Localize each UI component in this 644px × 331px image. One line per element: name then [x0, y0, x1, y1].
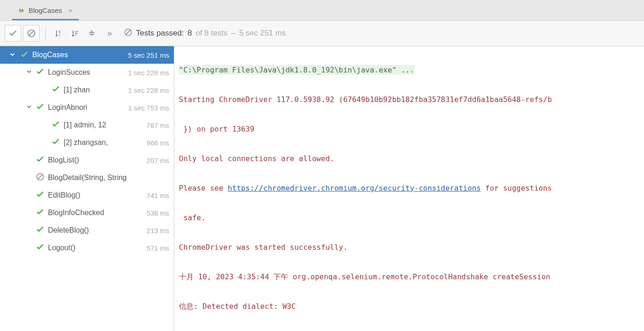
test-tree-row[interactable]: LoginSucces1 sec 228 ms	[0, 64, 174, 81]
test-time: 741 ms	[147, 192, 169, 199]
test-toolbar: az » Tests passed: 8 of 8 tests – 5 sec …	[0, 20, 644, 46]
tabs-bar: BlogCases ×	[0, 0, 644, 20]
console-line: Starting ChromeDriver 117.0.5938.92 (676…	[179, 92, 639, 107]
svg-line-9	[38, 175, 42, 179]
test-name: BlogList()	[48, 156, 145, 164]
pass-icon	[36, 208, 44, 218]
console-line: Please see https://chromedriver.chromium…	[179, 181, 639, 196]
show-passed-button[interactable]	[5, 25, 21, 42]
pass-icon	[36, 243, 44, 253]
test-time: 538 ms	[147, 209, 169, 217]
console-line: 信息: Detected dialect: W3C	[179, 299, 639, 314]
tab-blogcases[interactable]: BlogCases ×	[12, 2, 79, 20]
summary-skip-icon	[124, 28, 132, 39]
run-config-icon	[18, 7, 25, 14]
test-tree-row[interactable]: [1] admin, 12787 ms	[0, 116, 174, 134]
console-cmd: "C:\Program Files\Java\jdk1.8.0_192\bin\…	[179, 65, 414, 75]
svg-line-3	[29, 31, 34, 36]
test-tree-row[interactable]: [1] zhan1 sec 228 ms	[0, 81, 174, 99]
console-line: zhangsan12345http://localhost:8080/myblo…	[179, 329, 639, 331]
main-split: BlogCases 5 sec 251 ms LoginSucces1 sec …	[0, 46, 644, 331]
tree-root-row[interactable]: BlogCases 5 sec 251 ms	[0, 46, 174, 64]
test-tree-row[interactable]: EditBlog()741 ms	[0, 187, 174, 204]
pass-icon	[36, 225, 44, 235]
svg-marker-0	[19, 8, 22, 13]
pass-icon	[52, 120, 60, 130]
test-name: [1] zhan	[64, 86, 126, 94]
chevron-down-icon[interactable]	[25, 68, 33, 77]
test-name: [2] zhangsan,	[64, 138, 145, 147]
console-line: }) on port 13639	[179, 122, 639, 137]
test-time: 966 ms	[147, 139, 169, 147]
more-actions-button[interactable]: »	[101, 29, 118, 38]
test-tree-panel: BlogCases 5 sec 251 ms LoginSucces1 sec …	[0, 46, 174, 331]
svg-line-7	[126, 30, 130, 34]
chevron-down-icon	[9, 51, 16, 59]
test-tree-row[interactable]: DeleteBlog()213 ms	[0, 222, 174, 239]
tree-root-time: 5 sec 251 ms	[128, 51, 169, 59]
test-name: EditBlog()	[48, 191, 145, 199]
tests-separator: –	[231, 29, 235, 38]
tests-passed-label: Tests passed:	[136, 29, 184, 38]
pass-icon	[52, 85, 60, 95]
pass-icon	[20, 50, 29, 60]
test-name: LoginAbnori	[48, 103, 126, 112]
svg-text:z: z	[59, 33, 60, 37]
test-tree-row[interactable]: BlogInfoChecked538 ms	[0, 204, 174, 222]
test-time: 207 ms	[147, 156, 169, 164]
test-tree-row[interactable]: Logout()571 ms	[0, 239, 174, 257]
test-name: [1] admin, 12	[64, 121, 145, 129]
test-name: LoginSucces	[48, 68, 126, 77]
test-name: DeleteBlog()	[48, 226, 145, 235]
test-tree-row[interactable]: LoginAbnori1 sec 753 ms	[0, 99, 174, 116]
expand-all-button[interactable]	[84, 26, 99, 41]
pass-icon	[36, 190, 44, 200]
tests-passed-count: 8	[188, 29, 192, 38]
tree-body: LoginSucces1 sec 228 ms[1] zhan1 sec 228…	[0, 64, 174, 257]
sort-duration-button[interactable]	[68, 26, 83, 41]
svg-marker-1	[22, 8, 24, 13]
test-time: 213 ms	[147, 227, 169, 235]
tab-label: BlogCases	[29, 6, 62, 14]
tree-root-name: BlogCases	[32, 51, 128, 59]
console-line: Only local connections are allowed.	[179, 151, 639, 166]
console-line: 十月 10, 2023 4:35:44 下午 org.openqa.seleni…	[179, 270, 639, 284]
test-name: BlogDetail(String, String	[48, 174, 167, 182]
skip-icon	[36, 173, 44, 183]
separator	[45, 26, 46, 41]
test-time: 1 sec 228 ms	[128, 86, 169, 94]
tests-summary: Tests passed: 8 of 8 tests – 5 sec 251 m…	[124, 28, 286, 39]
test-name: BlogInfoChecked	[48, 209, 145, 217]
tests-duration: 5 sec 251 ms	[239, 29, 286, 38]
test-tree-row[interactable]: BlogDetail(String, String	[0, 169, 174, 187]
chevron-down-icon[interactable]	[25, 103, 33, 112]
console-line: ChromeDriver was started successfully.	[179, 240, 639, 255]
sort-alpha-button[interactable]: az	[51, 26, 66, 41]
tests-total: of 8 tests	[195, 29, 227, 38]
console-output[interactable]: "C:\Program Files\Java\jdk1.8.0_192\bin\…	[174, 46, 644, 331]
show-ignored-button[interactable]	[23, 25, 40, 42]
test-time: 571 ms	[147, 244, 169, 252]
test-name: Logout()	[48, 244, 145, 252]
test-time: 787 ms	[147, 121, 169, 129]
console-link[interactable]: https://chromedriver.chromium.org/securi…	[228, 184, 481, 193]
pass-icon	[52, 138, 60, 148]
test-time: 1 sec 753 ms	[128, 104, 169, 112]
test-time: 1 sec 228 ms	[128, 69, 169, 77]
pass-icon	[36, 67, 44, 78]
pass-icon	[36, 102, 44, 113]
console-line: safe.	[179, 211, 639, 225]
close-icon[interactable]: ×	[69, 6, 73, 14]
test-tree-row[interactable]: [2] zhangsan,966 ms	[0, 134, 174, 151]
pass-icon	[36, 155, 44, 165]
test-tree-row[interactable]: BlogList()207 ms	[0, 151, 174, 169]
